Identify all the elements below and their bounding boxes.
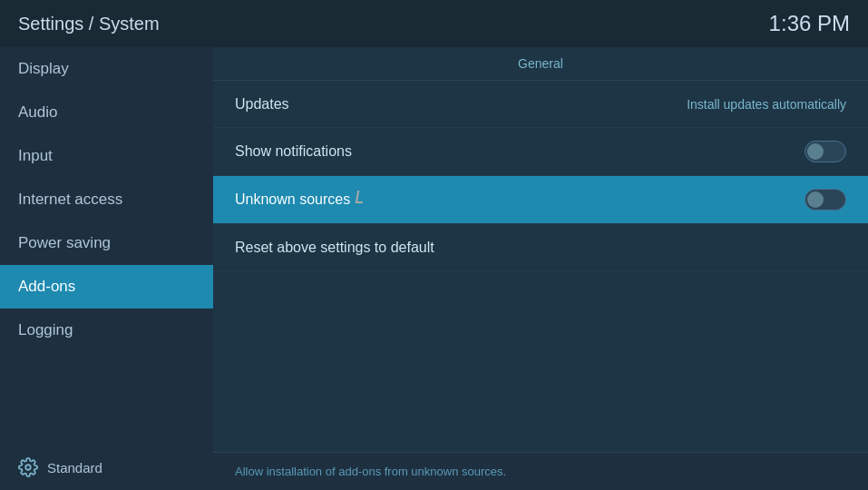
settings-list: Updates Install updates automatically Sh… — [213, 81, 868, 452]
gear-icon — [18, 457, 38, 477]
clock: 1:36 PM — [769, 11, 850, 36]
setting-row-show-notifications[interactable]: Show notifications — [213, 128, 868, 176]
setting-row-unknown-sources[interactable]: Unknown sources — [213, 176, 868, 224]
unknown-sources-toggle[interactable] — [805, 189, 846, 211]
status-text: Allow installation of add-ons from unkno… — [235, 465, 506, 478]
updates-value: Install updates automatically — [687, 97, 846, 112]
sidebar-item-internet-access[interactable]: Internet access — [0, 178, 213, 221]
cursor-indicator — [355, 191, 364, 203]
standard-label: Standard — [47, 460, 102, 475]
status-bar: Allow installation of add-ons from unkno… — [213, 452, 868, 490]
toggle-thumb — [807, 143, 824, 160]
sidebar-item-add-ons[interactable]: Add-ons — [0, 265, 213, 309]
header: Settings / System 1:36 PM — [0, 0, 868, 47]
sidebar-item-power-saving[interactable]: Power saving — [0, 221, 213, 265]
reset-label: Reset above settings to default — [235, 240, 434, 256]
sidebar: Display Audio Input Internet access Powe… — [0, 47, 213, 490]
layout: Display Audio Input Internet access Powe… — [0, 47, 868, 490]
svg-point-0 — [25, 465, 31, 470]
sidebar-footer: Standard — [0, 445, 213, 490]
updates-label: Updates — [235, 96, 289, 113]
main-content: General Updates Install updates automati… — [213, 47, 868, 490]
section-header: General — [213, 47, 868, 81]
setting-row-reset[interactable]: Reset above settings to default — [213, 224, 868, 271]
setting-row-updates[interactable]: Updates Install updates automatically — [213, 81, 868, 128]
page-title: Settings / System — [18, 14, 160, 34]
show-notifications-label: Show notifications — [235, 143, 352, 160]
show-notifications-toggle[interactable] — [805, 141, 846, 162]
sidebar-nav: Display Audio Input Internet access Powe… — [0, 47, 213, 352]
toggle-thumb-unknown — [807, 191, 824, 208]
sidebar-item-audio[interactable]: Audio — [0, 91, 213, 134]
unknown-sources-label: Unknown sources — [235, 191, 364, 208]
sidebar-item-logging[interactable]: Logging — [0, 309, 213, 352]
sidebar-item-display[interactable]: Display — [0, 47, 213, 91]
sidebar-item-input[interactable]: Input — [0, 134, 213, 178]
